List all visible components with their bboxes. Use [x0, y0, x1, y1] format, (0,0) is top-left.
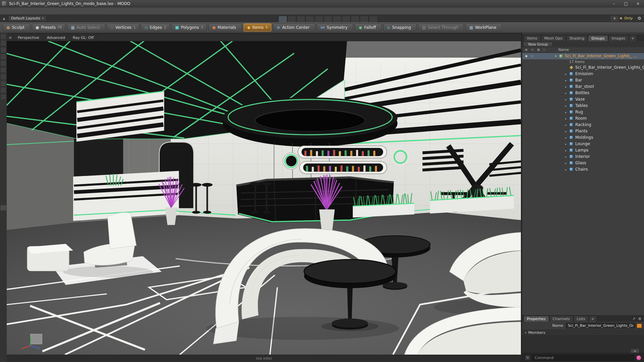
close-button[interactable]: × — [632, 0, 644, 7]
chevron-right-icon[interactable]: ▸ — [565, 168, 567, 171]
tree-item-row[interactable]: ▸ Vaze — [522, 96, 644, 103]
eye-column-icon[interactable]: ◉ — [525, 48, 528, 51]
command-record-icon[interactable] — [636, 355, 641, 360]
chevron-right-icon[interactable]: ▸ — [565, 155, 567, 159]
tree-item-row[interactable]: ▸ Room — [522, 115, 644, 122]
layout-tab-setup[interactable] — [324, 16, 332, 22]
tab-shading[interactable]: Shading — [566, 35, 588, 41]
chevron-right-icon[interactable]: ▸ — [565, 136, 567, 139]
tree-item-row[interactable]: ▸ Plants — [522, 128, 644, 134]
toolbox-tab-deform[interactable] — [0, 40, 6, 46]
new-group-button[interactable]: New Group — [523, 42, 553, 47]
command-input[interactable]: Command — [532, 355, 634, 361]
chevron-right-icon[interactable]: ▸ — [565, 85, 567, 88]
shade-toggle-icon[interactable]: ◎ — [531, 54, 534, 58]
layout-tab-topology[interactable] — [287, 16, 296, 22]
add-panel-tab-button[interactable]: + — [629, 35, 637, 41]
tree-item-row[interactable]: ▸ Emission — [522, 71, 644, 77]
layout-tab-uvedit[interactable] — [297, 16, 305, 22]
gear-icon[interactable]: ⚙ — [637, 16, 641, 21]
toolbar-button-symmetry[interactable]: ⋈ Symmetry — [317, 23, 353, 32]
chevron-right-icon[interactable]: ▸ — [565, 130, 567, 133]
tab-mesh-ops[interactable]: Mesh Ops — [541, 35, 566, 41]
members-section-header[interactable]: ▾ Members — [522, 330, 644, 336]
tree-item-row[interactable]: ▸ Lamps — [522, 147, 644, 154]
shade-column-icon[interactable]: ◎ — [531, 48, 534, 51]
chevron-right-icon[interactable]: ▸ — [565, 123, 567, 127]
tree-item-row[interactable]: ▸ Racking — [522, 122, 644, 128]
layout-home-icon[interactable]: ▲ — [0, 17, 8, 20]
expand-arrow-icon[interactable]: ▾ — [555, 55, 556, 58]
chevron-right-icon[interactable]: ▸ — [565, 104, 567, 108]
only-toggle[interactable]: ★ Only — [619, 16, 633, 20]
toolbox-tab-fusion[interactable] — [0, 94, 6, 100]
layout-tab-game-tools[interactable] — [333, 16, 341, 22]
toolbox-tab-basic[interactable] — [0, 34, 6, 40]
tree-item-row[interactable]: ▸ Bar_stool — [522, 83, 644, 90]
toolbox-tab-vertex[interactable] — [0, 60, 6, 66]
visibility-eye-icon[interactable]: ◉ — [525, 54, 528, 58]
toolbox-tab-mesh-edit[interactable] — [0, 54, 6, 60]
tree-item-first[interactable]: Sci_Fi_Bar_Interior_Green_Lights_On — [522, 64, 644, 71]
toolbar-button-snapping[interactable]: ∪ Snapping — [383, 23, 417, 32]
layout-tab-schematic-fusion[interactable] — [369, 16, 378, 22]
layout-tab-scripting[interactable] — [360, 16, 369, 22]
panel-expand-icon[interactable]: ↗ — [632, 317, 635, 321]
chevron-right-icon[interactable]: ▸ — [565, 98, 567, 101]
toolbox-tab-curve[interactable] — [0, 80, 6, 86]
toolbox-tab-duplicate[interactable] — [0, 47, 6, 53]
viewport-shading-advanced[interactable]: Advanced — [43, 35, 69, 41]
layout-tab-layout[interactable] — [315, 16, 323, 22]
tree-item-row[interactable]: ▸ Tables — [522, 103, 644, 109]
panel-settings-icon[interactable]: ⚙ — [638, 317, 641, 321]
render-column-icon[interactable]: ▣ — [537, 48, 540, 51]
viewport-menu-icon[interactable]: ≡ — [7, 35, 14, 41]
tree-item-row[interactable]: ▸ Rug — [522, 109, 644, 115]
chevron-right-icon[interactable]: ▸ — [565, 79, 567, 82]
tab-items[interactable]: Items — [524, 35, 541, 41]
tab-lists[interactable]: Lists — [574, 316, 589, 322]
toolbox-tab-uv[interactable] — [0, 87, 6, 93]
tab-groups[interactable]: Groups — [588, 35, 608, 41]
toolbox-drag-handle[interactable] — [1, 205, 6, 210]
tree-item-row[interactable]: ▸ Lounge — [522, 141, 644, 147]
tree-item-row[interactable]: ▸ Glass — [522, 160, 644, 166]
toolbar-button-action-center[interactable]: ⊕ Action Center — [273, 23, 315, 32]
toolbar-button-falloff[interactable]: ◉ Falloff — [355, 23, 382, 32]
chevron-right-icon[interactable]: ▸ — [565, 142, 567, 146]
viewport-canvas[interactable] — [7, 41, 521, 355]
minimize-button[interactable]: – — [608, 0, 620, 7]
chevron-right-icon[interactable]: ▸ — [565, 72, 567, 76]
chevron-right-icon[interactable]: ▸ — [565, 162, 567, 165]
toolbar-button-presets[interactable]: ● Presets F6 — [32, 23, 65, 32]
chevron-right-icon[interactable]: ▸ — [565, 111, 567, 114]
toolbar-button-items[interactable]: ◆ Items 5 — [244, 23, 271, 32]
layout-tab-animate[interactable] — [342, 16, 351, 22]
toolbar-button-sculpt[interactable]: ● Sculpt — [3, 23, 30, 32]
layout-tab-paint[interactable] — [306, 16, 314, 22]
tree-group-row-selected[interactable]: ◉ ◎ ▾ Sci_Fi_Bar_Interior_Green_Lights_ … — [522, 53, 644, 59]
tab-images[interactable]: Images — [608, 35, 629, 41]
group-color-swatch[interactable] — [637, 323, 642, 328]
tree-item-row[interactable]: ▸ Bottles — [522, 90, 644, 96]
add-layout-tab-button[interactable]: + — [610, 15, 619, 21]
toolbar-button-polygons[interactable]: ■ Polygons 3 — [171, 23, 207, 32]
maximize-button[interactable]: □ — [620, 0, 632, 7]
toolbar-button-auto-select[interactable]: ▦ Auto Select — [67, 23, 105, 32]
chevron-right-icon[interactable]: ▸ — [565, 149, 567, 152]
add-properties-tab-button[interactable]: + — [589, 316, 596, 322]
tree-item-row[interactable]: ▸ Chairs — [522, 166, 644, 173]
toolbar-button-workplane[interactable]: ▦ WorkPlane — [466, 23, 502, 32]
tree-item-row[interactable]: ▸ Bar — [522, 77, 644, 83]
layout-tab-model[interactable] — [278, 16, 287, 22]
tab-channels[interactable]: Channels — [549, 316, 573, 322]
toolbar-button-materials[interactable]: ● Materials — [208, 23, 242, 32]
layout-tab-render[interactable] — [351, 16, 360, 22]
tab-properties[interactable]: Properties — [524, 316, 549, 322]
toolbar-button-edges[interactable]: ◇ Edges 2 — [141, 23, 170, 32]
toolbar-button-vertices[interactable]: ∴ Vertices 1 — [107, 23, 139, 32]
group-name-input[interactable] — [566, 323, 635, 328]
toolbar-button-select-through[interactable]: ▥ Select Through — [418, 23, 464, 32]
lock-column-icon[interactable]: ◇ — [543, 48, 545, 51]
tree-item-row[interactable]: ▸ Moldings — [522, 134, 644, 141]
